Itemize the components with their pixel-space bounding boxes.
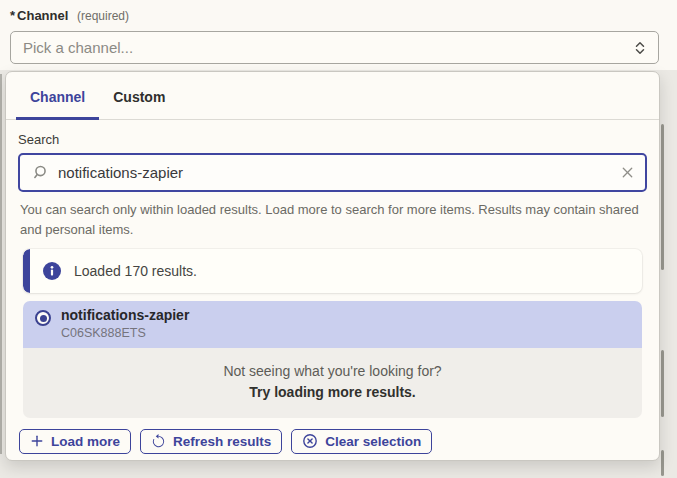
picker-actions: Load more Refresh results [19, 429, 647, 454]
container-edge [0, 74, 2, 454]
scrollbar-thumb[interactable] [661, 124, 664, 270]
channel-field: *Channel (required) Pick a channel... [0, 0, 677, 64]
search-label: Search [18, 132, 647, 147]
refresh-results-label: Refresh results [173, 434, 271, 449]
option-text: notifications-zapier C06SK888ETS [61, 307, 189, 341]
select-placeholder: Pick a channel... [23, 39, 133, 56]
clear-selection-label: Clear selection [325, 434, 421, 449]
load-more-button[interactable]: Load more [19, 429, 131, 454]
search-input[interactable] [58, 164, 620, 181]
tab-channel[interactable]: Channel [16, 72, 99, 120]
channel-select[interactable]: Pick a channel... [10, 31, 659, 64]
load-more-label: Load more [51, 434, 120, 449]
info-icon [43, 262, 61, 280]
radio-selected-icon[interactable] [35, 310, 51, 326]
x-circle-icon [302, 433, 318, 449]
not-found-line2: Try loading more results. [23, 384, 642, 400]
channel-picker-dropdown: Channel Custom Search You can search onl… [5, 71, 660, 461]
radio-dot [40, 315, 47, 322]
alert-text: Loaded 170 results. [74, 263, 197, 279]
search-box [18, 153, 647, 192]
search-helper-text: You can search only within loaded result… [20, 200, 645, 239]
refresh-results-button[interactable]: Refresh results [140, 429, 282, 454]
clear-search-icon[interactable] [620, 165, 635, 180]
refresh-icon [151, 434, 166, 449]
tab-custom[interactable]: Custom [99, 72, 179, 120]
loaded-results-alert: Loaded 170 results. [23, 249, 642, 293]
channel-field-label: *Channel (required) [10, 8, 659, 23]
scrollbar-thumb[interactable] [661, 350, 664, 417]
clear-selection-button[interactable]: Clear selection [291, 429, 432, 454]
picker-tabs: Channel Custom [6, 72, 659, 120]
option-notifications-zapier[interactable]: notifications-zapier C06SK888ETS [23, 301, 642, 348]
chevron-up-down-icon [632, 40, 648, 56]
option-title: notifications-zapier [61, 307, 189, 325]
field-label-text: Channel [17, 8, 68, 23]
magnifier-icon [32, 164, 49, 181]
not-found-line1: Not seeing what you're looking for? [23, 363, 642, 379]
plus-icon [30, 434, 44, 448]
picker-content: Search You can search only within loaded… [6, 120, 659, 454]
option-subtitle: C06SK888ETS [61, 325, 189, 341]
required-text: (required) [77, 9, 129, 23]
not-found-hint: Not seeing what you're looking for? Try … [23, 348, 642, 418]
required-asterisk: * [10, 8, 15, 23]
scrollbar-thumb[interactable] [661, 450, 664, 476]
alert-accent-bar [23, 249, 30, 293]
